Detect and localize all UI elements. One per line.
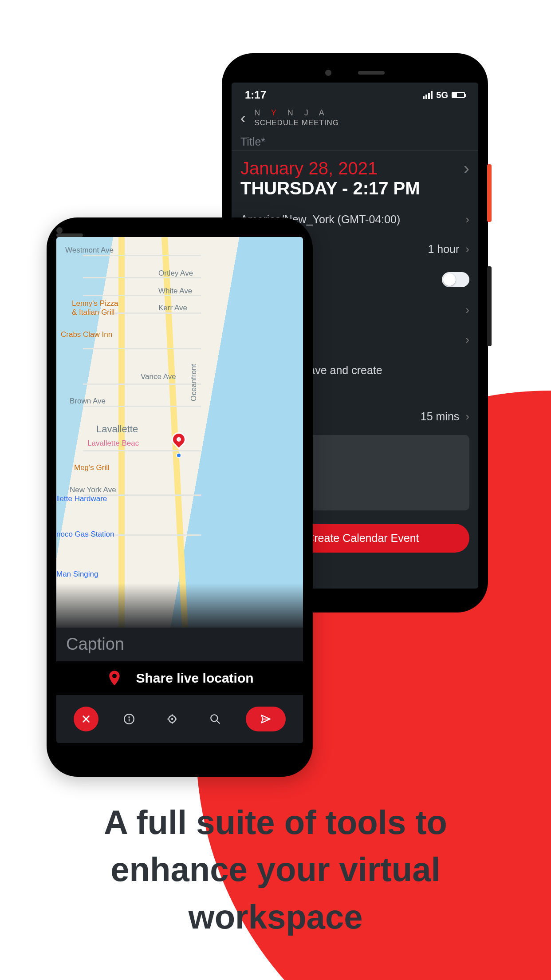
screen-subtitle: SCHEDULE MEETING [254,119,339,127]
search-icon [209,713,221,725]
bottom-toolbar [56,695,303,743]
reminder-value: 15 mins [421,410,460,423]
info-icon [123,713,135,725]
town-label: Lavallette [96,423,138,435]
caption-input[interactable]: Caption [56,628,303,661]
chevron-right-icon: › [465,333,469,347]
close-icon [81,714,91,724]
header-title-block: N Y N J A SCHEDULE MEETING [254,108,339,127]
daytime-value: THURSDAY - 2:17 PM [232,178,478,205]
chevron-right-icon: › [465,213,469,226]
phone-mockup-location: Westmont Ave Ortley Ave White Ave Kerr A… [47,217,313,777]
speaker-slit [358,71,385,75]
power-button-edge [487,164,492,222]
brand-wordmark: N Y N J A [254,108,339,118]
chevron-right-icon: › [464,158,469,178]
street-label: Ortley Ave [158,269,193,278]
current-location-dot [176,453,181,458]
front-camera [56,227,63,233]
marketing-headline: A full suite of tools to enhance your vi… [0,799,551,940]
title-input[interactable]: Title* [232,134,478,150]
map-poi: Lenny's Pizza& Italian Grill [72,299,118,317]
map-poi: Meg's Grill [74,463,110,472]
street-label: White Ave [158,287,192,296]
volume-button-edge [487,266,492,346]
map-poi: Man Singing [56,570,98,579]
crosshair-icon [166,713,178,725]
speaker-slit [56,233,83,237]
svg-point-4 [171,718,173,720]
search-button[interactable] [203,707,228,731]
duration-value: 1 hour [428,243,459,256]
chevron-right-icon: › [465,303,469,317]
send-button[interactable] [246,707,286,731]
map-poi: noco Gas Station [56,530,114,539]
status-time: 1:17 [245,89,266,101]
close-button[interactable] [74,707,98,731]
location-pin-icon [106,669,123,687]
chevron-right-icon: › [465,242,469,256]
map-poi: llette Hardware [56,494,107,503]
svg-rect-2 [129,719,130,722]
share-live-location-button[interactable]: Share live location [56,661,303,695]
status-bar: 1:17 5G [232,83,478,104]
map-poi: Crabs Claw Inn [61,330,112,339]
locate-button[interactable] [160,707,185,731]
chevron-right-icon: › [465,410,469,423]
street-label: Oceanfront [189,364,198,401]
info-button[interactable] [117,707,142,731]
map-poi: Lavallette Beac [87,439,139,448]
street-label: Vance Ave [141,372,176,381]
street-label: Brown Ave [70,397,106,406]
recurring-toggle[interactable] [442,272,469,287]
date-value: January 28, 2021 [240,158,378,178]
street-label: Westmont Ave [65,246,114,255]
date-picker[interactable]: January 28, 2021 › [232,150,478,178]
back-button[interactable]: ‹ [240,109,245,126]
map-view[interactable]: Westmont Ave Ortley Ave White Ave Kerr A… [56,237,303,628]
front-camera [325,70,331,76]
signal-icon [423,91,433,99]
street-label: New York Ave [70,486,116,494]
battery-icon [452,92,465,98]
svg-point-1 [128,716,130,718]
street-label: Kerr Ave [158,304,187,312]
send-icon [260,713,272,725]
network-label: 5G [436,90,448,100]
share-label: Share live location [136,671,253,686]
